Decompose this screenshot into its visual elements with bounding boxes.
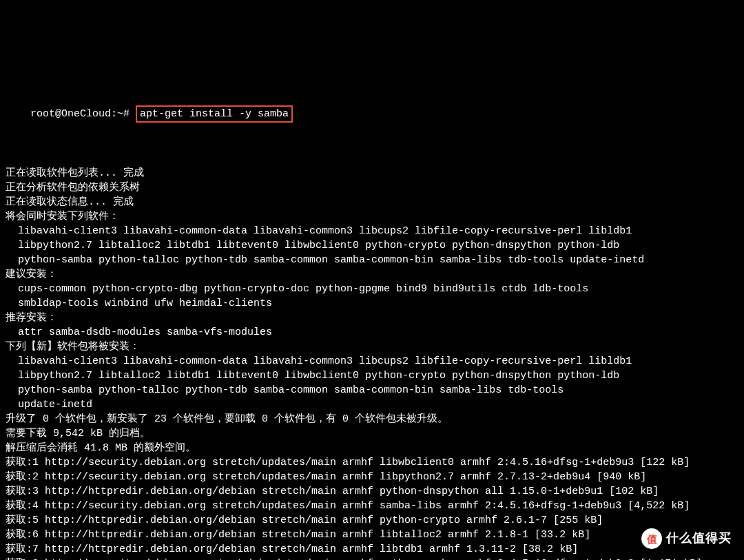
prompt-line: root@OneCloud:~# apt-get install -y samb… bbox=[6, 91, 738, 137]
output-line: 正在分析软件包的依赖关系树 bbox=[6, 180, 738, 195]
output-line: python-samba python-talloc python-tdb sa… bbox=[6, 253, 738, 267]
output-line: 获取:6 http://httpredir.debian.org/debian … bbox=[6, 528, 738, 542]
output-line: smbldap-tools winbind ufw heimdal-client… bbox=[6, 296, 738, 311]
output-line: 正在读取状态信息... 完成 bbox=[6, 195, 738, 209]
output-line: 获取:3 http://httpredir.debian.org/debian … bbox=[6, 484, 738, 499]
output-line: 获取:5 http://httpredir.debian.org/debian … bbox=[6, 513, 738, 528]
command-highlight: apt-get install -y samba bbox=[136, 105, 293, 123]
output-line: cups-common python-crypto-dbg python-cry… bbox=[6, 282, 738, 296]
output-line: 需要下载 9,542 kB 的归档。 bbox=[6, 426, 738, 441]
output-line: libavahi-client3 libavahi-common-data li… bbox=[6, 354, 738, 369]
watermark-text: 什么值得买 bbox=[666, 530, 732, 547]
output-line: libpython2.7 libtalloc2 libtdb1 libteven… bbox=[6, 238, 738, 253]
watermark: 值 什么值得买 bbox=[639, 527, 734, 550]
output-line: 正在读取软件包列表... 完成 bbox=[6, 166, 738, 180]
output-lines: 正在读取软件包列表... 完成正在分析软件包的依赖关系树正在读取状态信息... … bbox=[6, 166, 738, 560]
output-line: 获取:2 http://security.debian.org stretch/… bbox=[6, 470, 738, 484]
output-line: 获取:4 http://security.debian.org stretch/… bbox=[6, 499, 738, 513]
output-line: update-inetd bbox=[6, 397, 738, 412]
output-line: libpython2.7 libtalloc2 libtdb1 libteven… bbox=[6, 369, 738, 383]
output-line: 获取:8 http://security.debian.org stretch/… bbox=[6, 557, 738, 560]
output-line: 获取:7 http://httpredir.debian.org/debian … bbox=[6, 542, 738, 557]
output-line: 建议安装： bbox=[6, 267, 738, 282]
output-line: attr samba-dsdb-modules samba-vfs-module… bbox=[6, 325, 738, 340]
output-line: 下列【新】软件包将被安装： bbox=[6, 340, 738, 354]
output-line: 升级了 0 个软件包，新安装了 23 个软件包，要卸载 0 个软件包，有 0 个… bbox=[6, 412, 738, 426]
shell-prompt: root@OneCloud:~# bbox=[30, 108, 136, 120]
output-line: 解压缩后会消耗 41.8 MB 的额外空间。 bbox=[6, 441, 738, 455]
watermark-badge: 值 bbox=[641, 528, 662, 549]
output-line: libavahi-client3 libavahi-common-data li… bbox=[6, 224, 738, 238]
output-line: 将会同时安装下列软件： bbox=[6, 209, 738, 224]
output-line: 获取:1 http://security.debian.org stretch/… bbox=[6, 455, 738, 470]
terminal-output[interactable]: root@OneCloud:~# apt-get install -y samb… bbox=[6, 62, 738, 560]
output-line: 推荐安装： bbox=[6, 311, 738, 325]
output-line: python-samba python-talloc python-tdb sa… bbox=[6, 383, 738, 397]
